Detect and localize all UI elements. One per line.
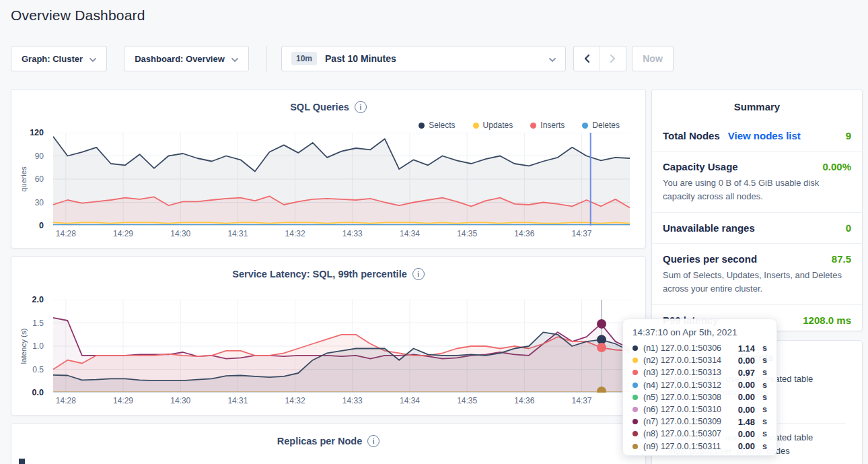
page-title: Overview Dashboard	[11, 7, 145, 24]
tooltip-row: (n1) 127.0.0.1:503061.14s	[632, 342, 767, 354]
node-latency-value: 1.14	[738, 343, 755, 354]
node-latency-unit: s	[762, 356, 767, 365]
total-nodes-value: 9	[846, 130, 851, 141]
node-address: (n8) 127.0.0.1:50307	[643, 429, 733, 438]
summary-total-nodes-section: Total Nodes View nodes list 9	[652, 117, 862, 151]
node-latency-unit: s	[762, 380, 767, 390]
y-axis-labels: 0.00.51.01.52.0	[11, 300, 48, 393]
node-latency-unit: s	[762, 343, 767, 353]
capacity-usage-label: Capacity Usage	[663, 161, 738, 172]
y-tick-label: 1.0	[32, 341, 44, 351]
total-nodes-label: Total Nodes	[663, 130, 720, 141]
x-tick-label: 14:30	[160, 229, 201, 238]
node-latency-value: 1.48	[738, 417, 755, 427]
node-address: (n6) 127.0.0.1:50310	[643, 405, 733, 414]
tooltip-rows: (n1) 127.0.0.1:503061.14s(n2) 127.0.0.1:…	[632, 342, 767, 453]
qps-label: Queries per second	[663, 253, 757, 265]
info-icon[interactable]: i	[355, 101, 367, 113]
legend-dot-icon	[582, 123, 588, 129]
legend-item-updates[interactable]: Updates	[473, 121, 513, 130]
time-range-dropdown[interactable]: 10m Past 10 Minutes	[281, 46, 566, 71]
node-latency-value: 0.97	[738, 368, 755, 378]
node-color-dot-icon	[632, 395, 638, 400]
node-latency-value: 0.00	[738, 441, 755, 451]
tooltip-timestamp: 14:37:10 on Apr 5th, 2021	[632, 327, 767, 337]
x-tick-label: 14:37	[562, 396, 602, 405]
replicas-title: Replicas per Node	[277, 436, 363, 446]
y-tick-label: 90	[35, 152, 44, 161]
x-tick-label: 14:35	[447, 396, 487, 405]
legend-label: Selects	[429, 121, 455, 130]
x-tick-label: 14:31	[217, 229, 258, 238]
summary-title: Summary	[652, 90, 862, 117]
legend-item-inserts[interactable]: Inserts	[530, 121, 565, 130]
graph-scope-label: Graph: Cluster	[22, 54, 83, 64]
x-tick-label: 14:29	[103, 396, 143, 405]
next-range-button[interactable]	[600, 46, 626, 71]
y-tick-label: 60	[35, 174, 44, 184]
y-tick-label: 0.0	[32, 388, 44, 397]
y-tick-label: 1.5	[32, 319, 44, 328]
chevron-down-icon	[89, 54, 96, 64]
tooltip-row: (n9) 127.0.0.1:503110.00s	[632, 440, 767, 453]
legend-dot-icon	[419, 123, 425, 129]
x-tick-label: 14:28	[46, 229, 86, 238]
chart-hover-tooltip: 14:37:10 on Apr 5th, 2021 (n1) 127.0.0.1…	[622, 319, 777, 456]
x-tick-label: 14:30	[160, 396, 201, 405]
x-tick-label: 14:32	[275, 229, 316, 238]
x-tick-label: 14:37	[562, 229, 602, 238]
y-axis-title: queries	[20, 166, 28, 192]
node-address: (n5) 127.0.0.1:50308	[643, 393, 733, 402]
y-axis-labels: 0306090120	[11, 133, 48, 226]
chevron-left-icon	[583, 54, 590, 63]
legend-label: Inserts	[540, 121, 565, 130]
node-latency-value: 0.00	[738, 380, 755, 390]
node-latency-unit: s	[762, 417, 767, 426]
service-latency-plot[interactable]	[53, 300, 630, 393]
tooltip-row: (n6) 127.0.0.1:503100.00s	[632, 403, 767, 416]
legend-dot-icon	[473, 123, 479, 129]
x-tick-label: 14:36	[504, 229, 544, 238]
dashboard-dropdown[interactable]: Dashboard: Overview	[124, 46, 249, 71]
x-tick-label: 14:32	[275, 396, 316, 405]
qps-value: 87.5	[832, 253, 851, 265]
tooltip-row: (n5) 127.0.0.1:503080.00s	[632, 391, 767, 403]
info-icon[interactable]: i	[412, 268, 425, 280]
node-latency-unit: s	[762, 442, 767, 451]
x-tick-label: 14:35	[447, 229, 487, 238]
info-icon[interactable]: i	[367, 435, 379, 447]
now-button-label: Now	[643, 53, 663, 64]
node-latency-unit: s	[762, 393, 767, 402]
node-color-dot-icon	[632, 419, 638, 424]
tooltip-row: (n2) 127.0.0.1:503140.00s	[632, 354, 767, 366]
capacity-usage-value: 0.00%	[822, 161, 851, 172]
node-latency-unit: s	[762, 368, 767, 377]
dashboard-label: Dashboard: Overview	[135, 54, 225, 64]
node-address: (n2) 127.0.0.1:50314	[643, 356, 733, 365]
capacity-usage-subtext: You are using 0 B of 4.5 GiB usable disk…	[663, 176, 851, 203]
summary-panel: Summary Total Nodes View nodes list 9 Ca…	[651, 89, 863, 331]
x-tick-label: 14:28	[46, 396, 86, 405]
y-axis-title: latency (s)	[20, 328, 28, 364]
graph-scope-dropdown[interactable]: Graph: Cluster	[11, 46, 107, 71]
replicas-per-node-card: Replicas per Node i	[11, 423, 646, 464]
summary-capacity-section: Capacity Usage 0.00% You are using 0 B o…	[652, 151, 862, 212]
prev-range-button[interactable]	[574, 46, 600, 71]
overview-dashboard-page: Overview Dashboard Graph: Cluster Dashbo…	[0, 0, 868, 464]
x-tick-label: 14:34	[390, 229, 430, 238]
tooltip-row: (n4) 127.0.0.1:503120.00s	[632, 379, 767, 391]
x-tick-label: 14:36	[504, 396, 544, 405]
x-tick-label: 14:33	[332, 396, 373, 405]
node-address: (n3) 127.0.0.1:50313	[643, 368, 733, 377]
y-tick-label: 30	[35, 198, 44, 207]
legend-item-deletes[interactable]: Deletes	[582, 121, 620, 130]
y-tick-label: 120	[30, 128, 44, 137]
y-tick-label: 0.5	[32, 365, 44, 374]
node-latency-value: 0.00	[738, 405, 755, 415]
sql-queries-plot[interactable]	[53, 133, 630, 226]
view-nodes-list-link[interactable]: View nodes list	[728, 130, 801, 141]
legend-item-selects[interactable]: Selects	[419, 121, 455, 130]
tooltip-row: (n8) 127.0.0.1:503070.00s	[632, 428, 767, 440]
sql-queries-card: SQL Queries i SelectsUpdatesInsertsDelet…	[11, 89, 646, 248]
now-button[interactable]: Now	[632, 46, 674, 71]
